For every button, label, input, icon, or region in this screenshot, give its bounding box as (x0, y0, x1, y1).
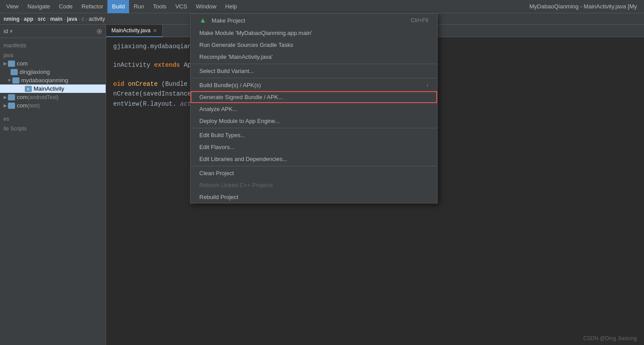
menu-clean-project[interactable]: Clean Project (191, 167, 437, 179)
menu-code[interactable]: Code (54, 0, 77, 13)
menu-help[interactable]: Help (221, 0, 242, 13)
menu-build-bundle[interactable]: Build Bundle(s) / APK(s) › (191, 79, 437, 91)
sidebar-dropdown-label: id (4, 28, 8, 34)
menu-run[interactable]: Run (129, 0, 149, 13)
menu-make-project[interactable]: ▲ Make Project Ctrl+F9 (191, 14, 437, 27)
menu-window[interactable]: Window (191, 0, 221, 13)
tab-mainactivity[interactable]: MainActivity.java ✕ (106, 25, 163, 37)
folder-icon (8, 61, 15, 67)
add-button[interactable]: ⊕ (96, 27, 102, 35)
menu-divider-2 (191, 78, 437, 78)
folder-icon (8, 94, 15, 100)
menu-rebuild-project[interactable]: Rebuild Project (191, 191, 437, 203)
folder-icon (8, 103, 15, 109)
menu-divider-1 (191, 64, 437, 64)
menu-view[interactable]: View (2, 0, 23, 13)
section-manifests: manifests (0, 40, 106, 50)
menu-recompile[interactable]: Recompile 'MainActivity.java' (191, 51, 437, 63)
menu-edit-flavors[interactable]: Edit Flavors... (191, 141, 437, 153)
section-es: es (0, 113, 106, 123)
sidebar-toolbar: id ▾ ⊕ (0, 25, 106, 38)
section-java: java (0, 50, 106, 59)
menu-refactor[interactable]: Refactor (77, 0, 107, 13)
tree-item-com-androidtest[interactable]: ▶ com (androidTest) (0, 93, 106, 101)
menu-divider-3 (191, 128, 437, 128)
menu-analyze-apk[interactable]: Analyze APK... (191, 103, 437, 115)
menu-refresh-linked: Refresh Linked C++ Projects (191, 179, 437, 191)
menu-run-generate[interactable]: Run Generate Sources Gradle Tasks (191, 39, 437, 51)
tree-item-mydabaoqianming[interactable]: ▼ mydabaoqianming (0, 76, 106, 84)
sidebar-tree: manifests java ▶ com dingjiaxiong ▼ myda… (0, 38, 106, 134)
sidebar: id ▾ ⊕ manifests java ▶ com dingjiaxiong… (0, 25, 106, 345)
window-title: MyDabaoQianming - MainActivity.java [My (530, 3, 642, 10)
menu-edit-libraries[interactable]: Edit Libraries and Dependencies... (191, 153, 437, 165)
build-dropdown-menu: ▲ Make Project Ctrl+F9 Make Module 'MyDa… (190, 13, 438, 203)
menu-edit-build-types[interactable]: Edit Build Types... (191, 129, 437, 141)
tree-item-mainactivity[interactable]: c MainActivity (0, 84, 106, 93)
menu-select-variant[interactable]: Select Build Variant... (191, 65, 437, 77)
tab-close-button[interactable]: ✕ (153, 28, 157, 34)
menu-build[interactable]: Build (107, 0, 129, 13)
menu-make-module[interactable]: Make Module 'MyDabaoQianming.app.main' (191, 27, 437, 39)
menu-vcs[interactable]: VCS (171, 0, 192, 13)
make-project-icon: ▲ (199, 16, 206, 24)
tree-item-com[interactable]: ▶ com (0, 59, 106, 68)
sidebar-dropdown-arrow[interactable]: ▾ (10, 28, 13, 34)
menu-tools[interactable]: Tools (149, 0, 171, 13)
tree-item-com-test[interactable]: ▶ com (test) (0, 101, 106, 110)
folder-icon (11, 69, 18, 75)
watermark: CSDN @Ding Jiaxiong (583, 335, 637, 341)
folder-icon (12, 77, 19, 84)
menu-deploy-module[interactable]: Deploy Module to App Engine... (191, 115, 437, 127)
section-gradle-scripts: lle Scripts (0, 123, 106, 133)
submenu-arrow: › (427, 82, 428, 88)
class-icon: c (25, 86, 32, 92)
menu-divider-4 (191, 166, 437, 166)
menubar: View Navigate Code Refactor Build Run To… (0, 0, 644, 13)
menu-navigate[interactable]: Navigate (23, 0, 54, 13)
tree-item-dingjiaxiong[interactable]: dingjiaxiong (0, 68, 106, 76)
menu-generate-signed[interactable]: Generate Signed Bundle / APK... (191, 91, 437, 103)
